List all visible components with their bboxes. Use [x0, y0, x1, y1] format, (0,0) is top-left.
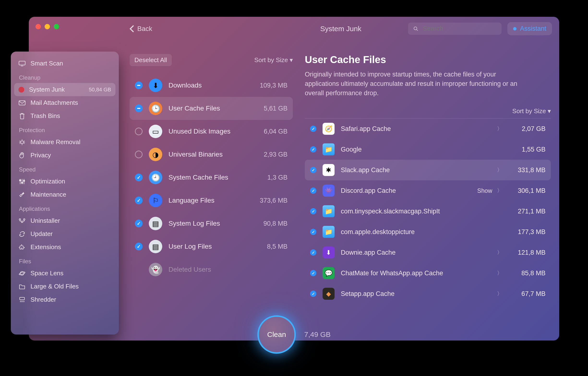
sidebar-item-optimization[interactable]: Optimization [14, 175, 116, 188]
category-size: 2,93 GB [264, 151, 288, 158]
sidebar-section-protection: Protection [14, 123, 116, 136]
sort-categories-dropdown[interactable]: Sort by Size ▾ [254, 56, 293, 64]
zoom-window-button[interactable] [54, 24, 59, 29]
category-row-4[interactable]: 🕘System Cache Files1,3 GB [130, 166, 293, 189]
app-icon: ◆ [322, 288, 335, 300]
category-icon: 🕘 [149, 171, 162, 184]
category-icon: 🕒 [149, 102, 162, 115]
sidebar-item-label: Extensions [31, 243, 61, 251]
category-size: 109,3 MB [260, 82, 288, 89]
window-controls [35, 24, 59, 29]
category-row-5[interactable]: ⚐Language Files373,6 MB [130, 189, 293, 212]
cache-item-row-3[interactable]: 👾Discord.app CacheShow〉306,1 MB [305, 180, 551, 201]
sidebar-item-large-old-files[interactable]: Large & Old Files [14, 280, 116, 293]
cache-item-row-5[interactable]: 📁com.apple.desktoppicture〉177,3 MB [305, 222, 551, 242]
sidebar-item-extensions[interactable]: Extensions [14, 240, 116, 254]
top-bar: Back System Junk Assistant [130, 22, 552, 35]
cache-item-label: com.apple.desktoppicture [341, 228, 415, 236]
category-checkbox[interactable] [135, 127, 143, 135]
cache-item-checkbox[interactable] [310, 188, 316, 194]
sidebar-item-space-lens[interactable]: Space Lens [14, 267, 116, 280]
category-icon: ◑ [149, 148, 162, 161]
cache-item-row-1[interactable]: 📁Google〉1,55 GB [305, 139, 551, 160]
svg-point-6 [23, 180, 25, 181]
cache-item-checkbox[interactable] [310, 249, 316, 256]
envelope-icon [19, 100, 26, 105]
close-window-button[interactable] [35, 24, 41, 29]
cache-item-checkbox[interactable] [310, 208, 316, 214]
back-button[interactable]: Back [130, 25, 152, 33]
cache-item-row-0[interactable]: 🧭Safari.app Cache〉2,07 GB [305, 118, 551, 139]
minimize-window-button[interactable] [45, 24, 50, 29]
cache-item-label: Downie.app Cache [341, 249, 396, 256]
category-row-0[interactable]: ⬇Downloads109,3 MB [130, 74, 293, 97]
sidebar-item-privacy[interactable]: Privacy [14, 149, 116, 162]
cache-item-checkbox[interactable] [310, 229, 316, 235]
category-row-3[interactable]: ◑Universal Binaries2,93 GB [130, 143, 293, 166]
cache-item-label: Google [341, 146, 362, 153]
cache-item-row-2[interactable]: ✱Slack.app Cache〉331,8 MB [305, 160, 551, 180]
cache-item-label: Setapp.app Cache [341, 290, 395, 298]
search-field[interactable] [408, 22, 502, 35]
svg-rect-1 [19, 61, 25, 65]
category-checkbox[interactable] [135, 220, 143, 227]
sort-detail-dropdown[interactable]: Sort by Size ▾ [305, 107, 551, 118]
sidebar-item-system-junk[interactable]: System Junk 50,84 GB [14, 83, 116, 96]
category-row-7[interactable]: ▤User Log Files8,5 MB [130, 235, 293, 258]
category-checkbox[interactable] [135, 174, 143, 181]
folder-icon [19, 284, 26, 289]
chevron-right-icon: 〉 [497, 125, 502, 132]
sidebar-item-mail-attachments[interactable]: Mail Attachments [14, 96, 116, 109]
sidebar-item-updater[interactable]: Updater [14, 227, 116, 240]
category-icon: ▭ [149, 125, 162, 138]
category-checkbox[interactable] [135, 82, 143, 89]
cache-item-checkbox[interactable] [310, 291, 316, 297]
sidebar-item-uninstaller[interactable]: Uninstaller [14, 214, 116, 227]
cache-item-checkbox[interactable] [310, 167, 316, 173]
cache-item-row-8[interactable]: ◆Setapp.app Cache〉67,7 MB [305, 283, 551, 304]
search-input[interactable] [423, 25, 497, 32]
sidebar-item-malware-removal[interactable]: Malware Removal [14, 136, 116, 149]
category-row-6[interactable]: ▤System Log Files90,8 MB [130, 212, 293, 235]
sidebar-item-trash-bins[interactable]: Trash Bins [14, 109, 116, 123]
cache-item-checkbox[interactable] [310, 146, 316, 153]
sidebar-item-label: Mail Attachments [31, 99, 78, 106]
deselect-all-button[interactable]: Deselect All [130, 54, 172, 66]
svg-point-8 [23, 219, 25, 220]
shredder-icon [19, 296, 26, 303]
cache-item-row-6[interactable]: ⬇Downie.app Cache〉121,8 MB [305, 242, 551, 263]
show-button[interactable]: Show [477, 187, 492, 194]
svg-point-10 [19, 271, 25, 275]
cache-item-label: Discord.app Cache [341, 187, 396, 195]
sidebar-item-maintenance[interactable]: Maintenance [14, 188, 116, 201]
sidebar-item-label: Smart Scan [31, 60, 63, 67]
cache-item-size: 177,3 MB [507, 228, 545, 236]
assistant-button[interactable]: Assistant [507, 22, 552, 35]
app-icon: 👾 [322, 185, 335, 197]
category-checkbox[interactable] [135, 151, 143, 158]
cache-item-row-7[interactable]: 💬ChatMate for WhatsApp.app Cache〉85,8 MB [305, 263, 551, 283]
sidebar-item-label: Uninstaller [31, 217, 60, 224]
svg-rect-2 [19, 101, 25, 105]
category-checkbox[interactable] [135, 197, 143, 204]
cache-item-label: com.tinyspeck.slackmacgap.ShipIt [341, 208, 440, 215]
app-icon: ✱ [322, 164, 335, 176]
sidebar-item-shredder[interactable]: Shredder [14, 293, 116, 306]
app-icon: 📁 [322, 226, 335, 238]
category-row-2[interactable]: ▭Unused Disk Images6,04 GB [130, 120, 293, 143]
sidebar-item-label: Privacy [31, 152, 51, 159]
category-checkbox[interactable] [135, 104, 143, 112]
category-row-8[interactable]: 👻Deleted Users [130, 258, 293, 281]
category-row-1[interactable]: 🕒User Cache Files5,61 GB [130, 97, 293, 120]
detail-description: Originally intended to improve startup t… [305, 70, 526, 98]
clean-button[interactable]: Clean [257, 315, 296, 354]
chevron-right-icon: 〉 [497, 270, 502, 277]
sidebar-item-smart-scan[interactable]: Smart Scan [14, 57, 116, 70]
category-size: 1,3 GB [267, 174, 288, 181]
category-checkbox[interactable] [135, 243, 143, 250]
cache-item-row-4[interactable]: 📁com.tinyspeck.slackmacgap.ShipIt〉271,1 … [305, 201, 551, 222]
cache-item-checkbox[interactable] [310, 126, 316, 132]
assistant-dot-icon [513, 27, 516, 31]
category-size: 8,5 MB [267, 243, 288, 250]
cache-item-checkbox[interactable] [310, 270, 316, 276]
